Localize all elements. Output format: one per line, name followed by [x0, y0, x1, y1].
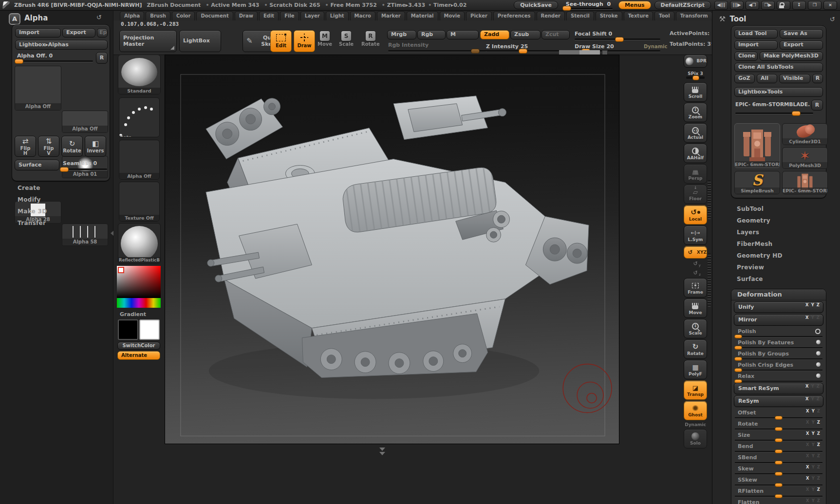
axis-z-toggle[interactable]: Z: [817, 397, 820, 401]
main-color-swatch[interactable]: [118, 319, 138, 340]
ghost-button[interactable]: Ghost: [684, 401, 707, 420]
restore-button[interactable]: ❐: [808, 1, 821, 10]
alpha-import-button[interactable]: Import: [15, 28, 61, 37]
menu-tab[interactable]: Tool: [654, 11, 674, 20]
brush-scroll-left-button[interactable]: ◀|||: [714, 1, 728, 10]
menu-tab[interactable]: Edit: [259, 11, 279, 20]
axis-x-toggle[interactable]: X: [805, 303, 809, 307]
menu-tab[interactable]: Stroke: [596, 11, 622, 20]
tool-section-surface[interactable]: Surface: [731, 273, 826, 285]
axis-y-toggle[interactable]: Y: [812, 454, 815, 458]
palette-scrollbar[interactable]: [708, 180, 711, 219]
skew-slider[interactable]: Skew XYZ: [734, 464, 823, 474]
palette-scrollbar[interactable]: [708, 253, 711, 307]
move-canvas-button[interactable]: Move: [684, 299, 707, 318]
floor-button[interactable]: Floor: [684, 185, 707, 204]
axis-z-toggle[interactable]: Z: [817, 384, 820, 389]
alpha-section-modify[interactable]: Modify: [12, 194, 109, 205]
tool-restore-button[interactable]: R: [811, 100, 823, 111]
active-tool-thumb[interactable]: EPIC- 6mm-STORMI: [734, 123, 780, 168]
see-through-handle[interactable]: [562, 6, 571, 11]
axis-z-toggle[interactable]: Z: [817, 454, 820, 458]
menu-tab[interactable]: Material: [407, 11, 438, 20]
zadd-button[interactable]: Zadd: [480, 30, 509, 39]
menu-tab[interactable]: Texture: [624, 11, 653, 20]
goz-visible-button[interactable]: Visible: [779, 74, 810, 83]
axis-y-toggle[interactable]: Y: [812, 487, 815, 492]
axis-z-toggle[interactable]: Z: [817, 409, 820, 413]
menu-tab[interactable]: Stencil: [566, 11, 594, 20]
projection-master-button[interactable]: Projection Master: [119, 30, 177, 52]
alpha-off-thumb[interactable]: Alpha Off: [62, 111, 108, 133]
menu-tab[interactable]: Alpha: [120, 11, 144, 20]
polish-mode-toggle[interactable]: [816, 362, 821, 367]
flip-v-button[interactable]: ⇅ Flip V: [38, 136, 59, 157]
alpha-01-thumb[interactable]: Alpha 01: [62, 156, 108, 178]
save-as-button[interactable]: Save As: [780, 29, 823, 38]
recent-tool-thumb[interactable]: EPIC- 6mm-STORMI: [782, 171, 828, 194]
default-zscript-button[interactable]: DefaultZScript: [654, 1, 711, 9]
edit-button[interactable]: Edit: [270, 30, 292, 52]
axis-y-toggle[interactable]: Y: [811, 303, 814, 307]
polish-mode-toggle[interactable]: [815, 329, 821, 334]
solo-button[interactable]: Solo: [684, 429, 707, 448]
focal-shift-slider[interactable]: [575, 38, 660, 40]
mrgb-button[interactable]: Mrgb: [387, 30, 416, 39]
axis-x-toggle[interactable]: X: [805, 316, 809, 320]
transp-button[interactable]: Transp: [684, 380, 707, 400]
aahalf-button[interactable]: AAHalf: [684, 144, 707, 163]
dock-right-button[interactable]: ❐▶: [761, 1, 775, 10]
secondary-color-swatch[interactable]: [139, 319, 160, 340]
menu-tab[interactable]: Render: [537, 11, 565, 20]
rotate-button[interactable]: R Rotate: [361, 31, 380, 47]
axis-x-toggle[interactable]: X: [806, 476, 809, 481]
simplebrush-thumb[interactable]: S SimpleBrush: [734, 171, 780, 194]
brush-scroll-right-button[interactable]: |||▶: [730, 1, 744, 10]
axis-z-toggle[interactable]: Z: [817, 443, 820, 447]
bpr-button[interactable]: BPR: [684, 55, 707, 68]
axis-z-toggle[interactable]: Z: [817, 431, 820, 436]
persp-button[interactable]: Persp: [684, 164, 707, 184]
resym-button[interactable]: ReSym XYZ: [734, 395, 823, 407]
menu-tab[interactable]: Macro: [350, 11, 375, 20]
polyf-button[interactable]: PolyF: [684, 360, 707, 379]
alpha-surface-button[interactable]: Surface: [15, 160, 59, 170]
tray-toggle-chevron[interactable]: [379, 448, 385, 451]
import-tool-button[interactable]: Import: [734, 40, 778, 50]
axis-z-toggle[interactable]: Z: [817, 316, 820, 320]
axis-y-toggle[interactable]: Y: [812, 443, 815, 447]
rotate-z-button[interactable]: [684, 269, 707, 277]
axis-x-toggle[interactable]: X: [806, 431, 809, 436]
tool-section-layers[interactable]: Layers: [731, 226, 826, 238]
menu-tab[interactable]: Color: [172, 11, 195, 20]
seamless-slider[interactable]: [61, 168, 107, 170]
refresh-icon[interactable]: ↺: [96, 14, 102, 21]
scroll-button[interactable]: Scroll: [684, 82, 707, 102]
dock-left-button[interactable]: ◀❐: [746, 1, 759, 10]
move-button[interactable]: M Move: [317, 31, 332, 47]
menu-tab[interactable]: Brush: [146, 11, 170, 20]
actual-button[interactable]: Actual: [684, 123, 707, 143]
tank-model[interactable]: [165, 55, 619, 444]
scale-button[interactable]: S Scale: [339, 31, 354, 47]
zoom-button[interactable]: Zoom: [684, 103, 707, 122]
lsym-button[interactable]: L.Sym: [684, 225, 707, 245]
axis-y-toggle[interactable]: Y: [812, 420, 815, 425]
material-selector[interactable]: ReflectedPlasticB: [118, 223, 161, 264]
switch-color-button[interactable]: SwitchColor: [117, 342, 160, 350]
texture-selector[interactable]: Texture Off: [119, 182, 160, 222]
scale-canvas-button[interactable]: Scale: [684, 319, 707, 338]
menu-tab[interactable]: Transform: [676, 11, 712, 20]
polish-crisp-edges-slider[interactable]: Polish Crisp Edges XYZ: [734, 360, 823, 371]
quicksave-button[interactable]: QuickSave: [514, 1, 558, 9]
axis-x-toggle[interactable]: X: [806, 454, 809, 458]
minimize-button[interactable]: ↧: [792, 1, 806, 10]
clone-button[interactable]: Clone: [734, 52, 758, 61]
axis-x-toggle[interactable]: X: [806, 465, 809, 469]
goz-all-button[interactable]: All: [757, 74, 777, 83]
menu-tab[interactable]: Layer: [300, 11, 324, 20]
tool-section-fibermesh[interactable]: FiberMesh: [731, 238, 826, 250]
relax-slider[interactable]: Relax XYZ: [734, 372, 823, 382]
axis-x-toggle[interactable]: X: [806, 487, 809, 492]
menu-tab[interactable]: Light: [326, 11, 349, 20]
